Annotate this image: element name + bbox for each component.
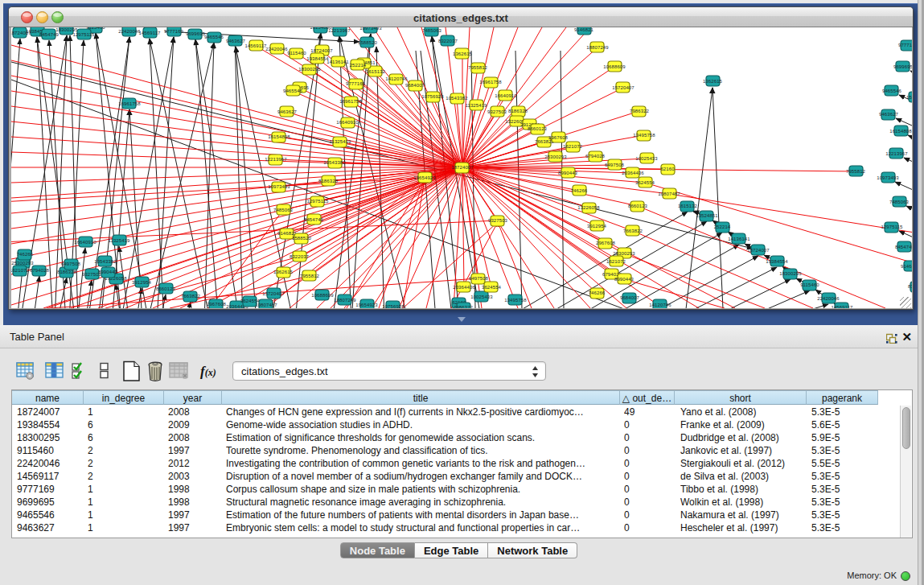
- svg-text:22420046: 22420046: [817, 296, 840, 301]
- svg-text:9463627: 9463627: [277, 109, 298, 114]
- svg-text:1588520: 1588520: [358, 40, 378, 45]
- svg-text:15720407: 15720407: [612, 85, 634, 90]
- svg-text:7485063: 7485063: [273, 208, 294, 212]
- svg-text:252214: 252214: [350, 63, 367, 68]
- svg-text:8660123: 8660123: [156, 286, 176, 291]
- svg-text:8322037: 8322037: [908, 284, 912, 289]
- svg-text:9777169: 9777169: [164, 29, 184, 34]
- svg-text:14136141: 14136141: [326, 60, 349, 64]
- svg-text:25300293: 25300293: [613, 251, 635, 256]
- svg-text:11325419: 11325419: [465, 103, 487, 108]
- svg-text:15720407: 15720407: [262, 291, 285, 296]
- svg-text:16640910: 16640910: [74, 240, 97, 245]
- svg-text:8186328: 8186328: [318, 179, 339, 183]
- svg-text:13524851: 13524851: [696, 213, 718, 218]
- svg-text:8322037: 8322037: [438, 39, 458, 43]
- svg-text:9684007: 9684007: [620, 295, 640, 300]
- svg-text:12213967: 12213967: [885, 151, 908, 156]
- svg-text:3624554: 3624554: [635, 180, 655, 185]
- svg-text:8322037: 8322037: [290, 254, 310, 259]
- svg-text:8990443: 8990443: [98, 270, 118, 274]
- svg-text:18724007: 18724007: [310, 48, 333, 53]
- svg-text:20364436: 20364436: [453, 285, 475, 290]
- svg-text:14569117: 14569117: [244, 43, 267, 48]
- svg-text:25300293: 25300293: [11, 261, 34, 266]
- svg-text:746266: 746266: [589, 290, 606, 295]
- svg-text:10973493: 10973493: [877, 175, 899, 180]
- svg-text:9465546: 9465546: [882, 89, 902, 93]
- svg-text:1621072: 1621072: [11, 268, 30, 273]
- svg-text:12975115: 12975115: [306, 199, 329, 204]
- svg-text:1362615: 1362615: [273, 270, 294, 274]
- svg-text:22420046: 22420046: [118, 29, 141, 34]
- svg-text:10973493: 10973493: [268, 184, 290, 189]
- svg-text:2967608: 2967608: [207, 302, 227, 307]
- svg-text:10807487: 10807487: [658, 192, 680, 196]
- svg-text:19654923: 19654923: [413, 175, 436, 180]
- svg-text:14569117: 14569117: [138, 31, 161, 35]
- svg-text:12213967: 12213967: [265, 157, 287, 162]
- svg-text:16640910: 16640910: [336, 120, 359, 125]
- svg-text:16154808: 16154808: [889, 129, 912, 134]
- svg-text:10807487: 10807487: [255, 303, 277, 307]
- svg-text:18807249: 18807249: [334, 298, 356, 303]
- svg-text:1588520: 1588520: [292, 236, 312, 241]
- svg-text:14120746: 14120746: [649, 303, 671, 307]
- svg-text:9777169: 9777169: [346, 81, 366, 86]
- svg-text:10688609: 10688609: [311, 293, 334, 298]
- svg-text:9463627: 9463627: [226, 39, 246, 43]
- svg-text:1362615: 1362615: [703, 79, 723, 84]
- svg-text:9463627: 9463627: [879, 112, 899, 117]
- svg-text:7485063: 7485063: [889, 200, 910, 204]
- svg-text:9465546: 9465546: [204, 35, 224, 39]
- svg-text:11325419: 11325419: [108, 238, 130, 243]
- svg-text:7485063: 7485063: [422, 28, 442, 33]
- svg-text:10688609: 10688609: [603, 64, 626, 69]
- svg-text:18807249: 18807249: [586, 45, 609, 50]
- svg-text:2967608: 2967608: [548, 135, 569, 140]
- svg-text:13226058: 13226058: [577, 205, 600, 210]
- svg-text:19384554: 19384554: [766, 259, 788, 264]
- svg-text:1588520: 1588520: [906, 95, 912, 100]
- svg-text:18300295: 18300295: [298, 67, 321, 72]
- svg-text:9146821: 9146821: [901, 264, 912, 269]
- svg-text:9146821: 9146821: [574, 27, 594, 32]
- svg-text:1615132: 1615132: [366, 69, 386, 74]
- svg-text:1615132: 1615132: [678, 204, 698, 208]
- svg-text:6497508: 6497508: [605, 163, 625, 167]
- svg-text:8186328: 8186328: [508, 109, 528, 113]
- svg-text:8990443: 8990443: [558, 171, 578, 175]
- svg-text:9699695: 9699695: [893, 64, 912, 69]
- svg-text:8454749: 8454749: [895, 245, 912, 249]
- svg-text:12213967: 12213967: [328, 28, 351, 33]
- svg-text:9115460: 9115460: [800, 282, 819, 287]
- svg-text:252214: 252214: [714, 225, 731, 229]
- svg-text:11325419: 11325419: [329, 139, 351, 144]
- svg-text:1621072: 1621072: [606, 259, 626, 264]
- svg-text:19384554: 19384554: [306, 56, 329, 61]
- svg-text:7663822: 7663822: [623, 229, 643, 233]
- svg-text:746266: 746266: [17, 252, 34, 257]
- svg-text:13495758: 13495758: [633, 133, 655, 138]
- svg-text:7955812: 7955812: [846, 169, 866, 174]
- svg-text:8186328: 8186328: [57, 270, 77, 274]
- svg-text:7986322: 7986322: [454, 305, 474, 308]
- svg-text:746266: 746266: [571, 188, 588, 193]
- svg-text:16640910: 16640910: [495, 93, 517, 98]
- svg-text:10543382: 10543382: [94, 259, 117, 264]
- svg-text:10025433: 10025433: [470, 295, 493, 299]
- svg-text:9777169: 9777169: [898, 43, 912, 47]
- svg-text:16154808: 16154808: [268, 134, 290, 139]
- svg-text:14120746: 14120746: [385, 76, 408, 81]
- svg-text:22420046: 22420046: [265, 47, 288, 51]
- svg-text:6794028: 6794028: [585, 154, 606, 159]
- svg-text:9699695: 9699695: [186, 31, 206, 36]
- svg-text:14136141: 14136141: [728, 237, 750, 241]
- svg-text:12975115: 12975115: [72, 32, 95, 37]
- svg-text:9465546: 9465546: [283, 89, 303, 93]
- svg-text:12975115: 12975115: [881, 225, 903, 229]
- svg-text:7986322: 7986322: [630, 109, 650, 113]
- svg-text:9327503: 9327503: [487, 109, 507, 114]
- svg-text:7663822: 7663822: [181, 294, 201, 299]
- svg-text:7955812: 7955812: [300, 274, 320, 278]
